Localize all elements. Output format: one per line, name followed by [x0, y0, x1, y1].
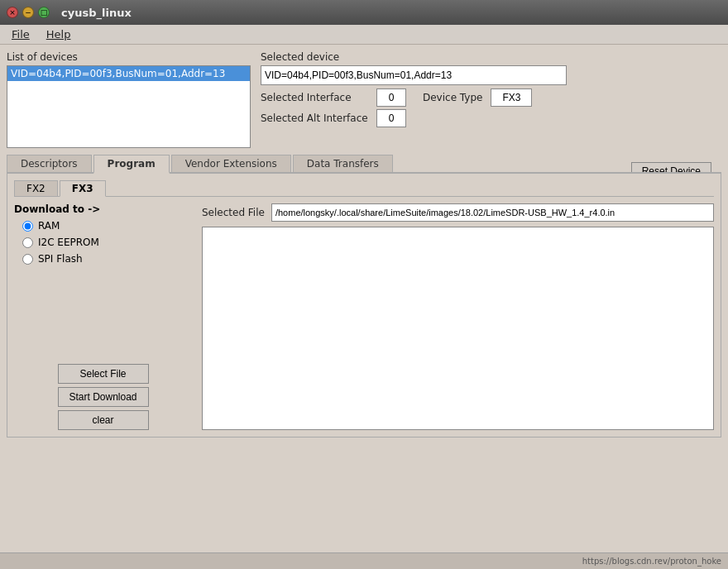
selected-file-input[interactable]: [271, 203, 714, 222]
titlebar-buttons: × − □: [7, 7, 50, 18]
right-panel: Selected File: [202, 203, 714, 430]
radio-spi-input[interactable]: [22, 254, 33, 265]
interface-input[interactable]: [376, 88, 406, 107]
inner-tab-fx3[interactable]: FX3: [60, 180, 106, 197]
tab-descriptors[interactable]: Descriptors: [7, 155, 92, 172]
selected-device-label: Selected device: [261, 51, 721, 63]
device-list-panel: List of devices VID=04b4,PID=00f3,BusNum…: [7, 51, 251, 148]
device-list-item[interactable]: VID=04b4,PID=00f3,BusNum=01,Addr=13: [7, 66, 250, 81]
radio-ram-input[interactable]: [22, 221, 33, 232]
device-type-label: Device Type: [423, 92, 482, 103]
interface-label: Selected Interface: [261, 92, 368, 103]
device-list-label: List of devices: [7, 51, 251, 63]
select-file-button[interactable]: Select File: [58, 364, 149, 384]
app-title: cyusb_linux: [61, 7, 132, 19]
output-area[interactable]: [202, 227, 714, 430]
selected-file-row: Selected File: [202, 203, 714, 222]
start-download-button[interactable]: Start Download: [58, 387, 149, 407]
radio-spi-label: SPI Flash: [38, 253, 83, 265]
alt-interface-row: Selected Alt Interface: [261, 109, 721, 127]
maximize-button[interactable]: □: [38, 7, 50, 18]
radio-spi[interactable]: SPI Flash: [22, 253, 192, 265]
statusbar: https://blogs.cdn.rev/proton_hoke: [0, 552, 728, 569]
download-to-label: Download to ->: [14, 203, 192, 215]
inner-tab-fx2[interactable]: FX2: [14, 180, 58, 196]
clear-button[interactable]: clear: [58, 410, 149, 430]
radio-group: RAM I2C EEPROM SPI Flash: [14, 220, 192, 265]
selected-file-label: Selected File: [202, 207, 265, 218]
statusbar-text: https://blogs.cdn.rev/proton_hoke: [582, 557, 721, 566]
radio-i2c-input[interactable]: [22, 237, 33, 248]
radio-ram-label: RAM: [38, 220, 60, 232]
inner-tabs-row: FX2 FX3: [14, 180, 714, 197]
top-section: List of devices VID=04b4,PID=00f3,BusNum…: [7, 51, 721, 148]
menubar: File Help: [0, 25, 728, 45]
selected-device-panel: Selected device Selected Interface Devic…: [261, 51, 721, 148]
left-panel: Download to -> RAM I2C EEPROM: [14, 203, 192, 430]
program-panel: Download to -> RAM I2C EEPROM: [14, 203, 714, 430]
device-list[interactable]: VID=04b4,PID=00f3,BusNum=01,Addr=13: [7, 65, 251, 148]
tabs-container: Descriptors Program Vendor Extensions Da…: [7, 155, 721, 438]
menu-help[interactable]: Help: [38, 26, 79, 42]
alt-interface-input[interactable]: [376, 109, 406, 127]
tab-data-transfers[interactable]: Data Transfers: [293, 155, 393, 172]
tabs-row: Descriptors Program Vendor Extensions Da…: [7, 155, 721, 174]
main-content: List of devices VID=04b4,PID=00f3,BusNum…: [0, 45, 728, 569]
tab-content-program: FX2 FX3 Download to -> RAM: [7, 174, 721, 438]
radio-i2c-label: I2C EEPROM: [38, 237, 99, 248]
device-type-input[interactable]: [491, 88, 532, 107]
close-button[interactable]: ×: [7, 7, 18, 18]
radio-ram[interactable]: RAM: [22, 220, 192, 232]
alt-interface-label: Selected Alt Interface: [261, 112, 368, 124]
tab-program[interactable]: Program: [93, 155, 170, 174]
tab-vendor-extensions[interactable]: Vendor Extensions: [171, 155, 291, 172]
selected-device-input[interactable]: [261, 65, 567, 85]
radio-i2c[interactable]: I2C EEPROM: [22, 237, 192, 248]
titlebar: × − □ cyusb_linux: [0, 0, 728, 25]
minimize-button[interactable]: −: [22, 7, 34, 18]
btn-group: Select File Start Download clear: [14, 364, 192, 430]
interface-row: Selected Interface Device Type: [261, 88, 721, 107]
selected-device-row: [261, 65, 721, 85]
menu-file[interactable]: File: [3, 26, 38, 42]
